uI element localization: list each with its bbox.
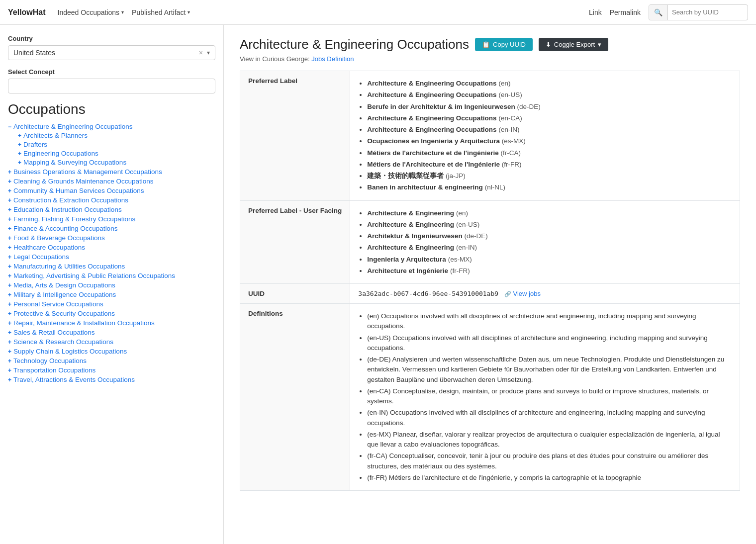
tree-link[interactable]: Food & Beverage Occupations	[13, 234, 105, 242]
tree-toggle-icon[interactable]: +	[8, 244, 11, 251]
definition-item: (en-US) Occupations involved with all di…	[367, 333, 732, 354]
preferred-label-item: Berufe in der Architektur & im Ingenieur…	[367, 102, 732, 112]
nav-link-link[interactable]: Link	[589, 8, 602, 16]
preferred-label-uf-item: Architecture et Ingénierie (fr-FR)	[367, 266, 732, 276]
tree-link[interactable]: Farming, Fishing & Forestry Occupations	[13, 215, 135, 223]
definition-item: (de-DE) Analysieren und werten wissensch…	[367, 355, 732, 385]
tree-item: +Protective & Security Occupations	[8, 309, 215, 317]
tree-item: +Education & Instruction Occupations	[8, 205, 215, 213]
tree-item: +Food & Beverage Occupations	[8, 234, 215, 242]
definition-item: (fr-FR) Métiers de l'architecture et de …	[367, 473, 732, 483]
tree-link[interactable]: Military & Intelligence Occupations	[13, 291, 116, 298]
country-value: United States	[13, 49, 195, 57]
tree-toggle-icon[interactable]: +	[8, 367, 11, 374]
preferred-label-uf-item: Architecture & Engineering (en-IN)	[367, 243, 732, 253]
tree-child-toggle-icon[interactable]: +	[18, 132, 21, 139]
tree-child-link[interactable]: Engineering Occupations	[23, 150, 98, 157]
tree-link[interactable]: Finance & Accounting Occupations	[13, 225, 117, 232]
tree-link[interactable]: Protective & Security Occupations	[13, 310, 115, 317]
tree-toggle-icon[interactable]: +	[8, 339, 11, 346]
tree-child-link[interactable]: Mapping & Surveying Occupations	[23, 159, 126, 166]
definitions-row: Definitions (en) Occupations involved wi…	[240, 304, 740, 491]
tree-link[interactable]: Construction & Extraction Occupations	[13, 196, 128, 204]
tree-item: +Repair, Maintenance & Installation Occu…	[8, 319, 215, 327]
tree-toggle-icon[interactable]: +	[8, 376, 11, 383]
tree-toggle-icon[interactable]: +	[8, 254, 11, 261]
curious-george-link[interactable]: Jobs Definition	[311, 55, 354, 63]
tree-child-toggle-icon[interactable]: +	[18, 150, 21, 157]
external-link-icon: 🔗	[504, 291, 511, 297]
tree-toggle-icon[interactable]: +	[8, 358, 11, 364]
preferred-label-user-facing-heading: Preferred Label - User Facing	[240, 200, 350, 284]
tree-link[interactable]: Personal Service Occupations	[13, 300, 103, 308]
preferred-label-user-facing-values: Architecture & Engineering (en)Architect…	[350, 200, 740, 284]
tree-link[interactable]: Education & Instruction Occupations	[13, 206, 122, 213]
tree-toggle-icon[interactable]: +	[8, 225, 11, 232]
nav-link-permalink[interactable]: Permalink	[610, 8, 641, 16]
tree-link[interactable]: Legal Occupations	[13, 253, 69, 261]
nav-indeed-occupations[interactable]: Indeed Occupations ▾	[58, 8, 124, 16]
copy-icon: 📋	[482, 41, 490, 48]
tree-toggle-icon[interactable]: +	[8, 216, 11, 223]
tree-item: +Community & Human Services Occupations	[8, 186, 215, 194]
coggle-export-button[interactable]: ⬇ Coggle Export ▾	[539, 38, 608, 51]
view-jobs-link[interactable]: 🔗 View jobs	[504, 290, 541, 297]
tree-toggle-icon[interactable]: +	[8, 329, 11, 336]
tree-toggle-icon[interactable]: −	[8, 123, 11, 130]
nav-published-artifact[interactable]: Published Artifact ▾	[132, 8, 190, 16]
tree-child-link[interactable]: Drafters	[23, 141, 47, 148]
preferred-label-item: Architecture & Engineering Occupations (…	[367, 113, 732, 123]
tree-toggle-icon[interactable]: +	[8, 187, 11, 194]
tree-toggle-icon[interactable]: +	[8, 301, 11, 308]
preferred-label-item: Architecture & Engineering Occupations (…	[367, 79, 732, 89]
tree-link[interactable]: Science & Research Occupations	[13, 338, 113, 346]
tree-link[interactable]: Supply Chain & Logistics Occupations	[13, 348, 127, 355]
tree-child-toggle-icon[interactable]: +	[18, 141, 21, 148]
tree-link[interactable]: Technology Occupations	[13, 357, 87, 364]
tree-toggle-icon[interactable]: +	[8, 320, 11, 327]
preferred-label-uf-item: Architecture & Engineering (en)	[367, 208, 732, 218]
tree-link[interactable]: Community & Human Services Occupations	[13, 187, 144, 194]
tree-link[interactable]: Sales & Retail Occupations	[13, 329, 95, 336]
tree-link[interactable]: Repair, Maintenance & Installation Occup…	[13, 319, 155, 327]
tree-item: +Military & Intelligence Occupations	[8, 290, 215, 298]
tree-child-link[interactable]: Architects & Planners	[23, 132, 88, 139]
definition-item: (es-MX) Planear, diseñar, valorar y real…	[367, 430, 732, 450]
tree-link[interactable]: Business Operations & Management Occupat…	[13, 168, 162, 176]
tree-link[interactable]: Healthcare Occupations	[13, 244, 85, 251]
tree-link[interactable]: Transportation Occupations	[13, 366, 95, 374]
tree-toggle-icon[interactable]: +	[8, 263, 11, 270]
definition-item: (fr-CA) Conceptualiser, concevoir, tenir…	[367, 451, 732, 471]
tree-toggle-icon[interactable]: +	[8, 197, 11, 204]
tree-toggle-icon[interactable]: +	[8, 282, 11, 289]
tree-toggle-icon[interactable]: +	[8, 310, 11, 317]
tree-toggle-icon[interactable]: +	[8, 272, 11, 279]
country-clear-icon[interactable]: ×	[199, 49, 203, 57]
tree-toggle-icon[interactable]: +	[8, 235, 11, 242]
search-input[interactable]	[668, 8, 748, 16]
tree-link[interactable]: Architecture & Engineering Occupations	[13, 123, 132, 130]
search-button[interactable]: 🔍	[649, 5, 668, 20]
tree-link[interactable]: Cleaning & Grounds Maintenance Occupatio…	[13, 178, 153, 185]
concept-input[interactable]	[8, 79, 215, 93]
tree-link[interactable]: Marketing, Advertising & Public Relation…	[13, 272, 175, 279]
tree-link[interactable]: Manufacturing & Utilities Occupations	[13, 263, 125, 270]
tree-item: +Technology Occupations	[8, 357, 215, 364]
details-table: Preferred Label Architecture & Engineeri…	[240, 71, 740, 491]
tree-child-toggle-icon[interactable]: +	[18, 159, 21, 166]
tree-toggle-icon[interactable]: +	[8, 206, 11, 213]
copy-uuid-button[interactable]: 📋 Copy UUID	[475, 38, 533, 51]
nav-logo[interactable]: YellowHat	[8, 8, 46, 17]
tree-toggle-icon[interactable]: +	[8, 348, 11, 355]
tree-link[interactable]: Media, Arts & Design Occupations	[13, 281, 115, 289]
tree-link[interactable]: Travel, Attractions & Events Occupations	[13, 376, 135, 383]
country-dropdown-arrow[interactable]: ▾	[207, 49, 210, 56]
tree-toggle-icon[interactable]: +	[8, 291, 11, 298]
uuid-heading: UUID	[240, 284, 350, 304]
country-select[interactable]: United States × ▾	[8, 45, 215, 60]
occupations-title: Occupations	[8, 101, 215, 117]
tree-child-item: +Engineering Occupations	[18, 149, 215, 157]
tree-toggle-icon[interactable]: +	[8, 178, 11, 185]
tree-toggle-icon[interactable]: +	[8, 169, 11, 176]
tree-item: +Sales & Retail Occupations	[8, 328, 215, 336]
